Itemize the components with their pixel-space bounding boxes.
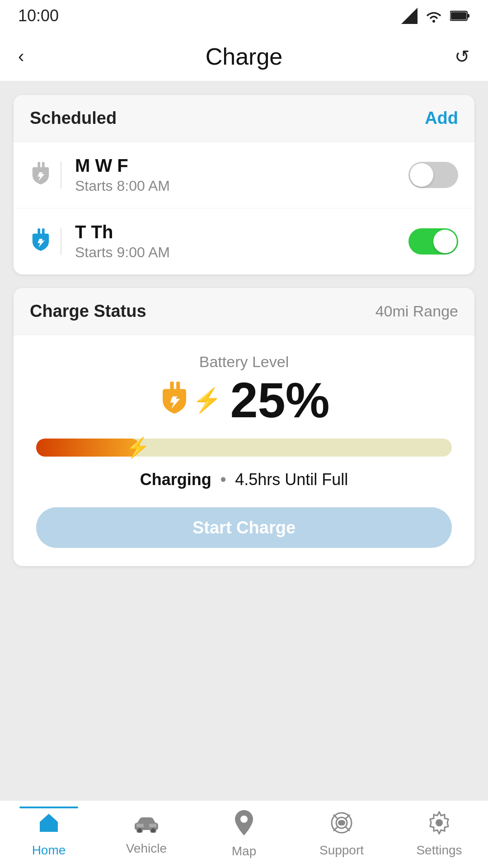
svg-rect-24 xyxy=(338,820,345,826)
refresh-button[interactable]: ↺ xyxy=(443,46,470,67)
charging-plug-icon xyxy=(158,382,191,419)
signal-icon xyxy=(401,8,418,24)
schedule-item-1: M W F Starts 8:00 AM xyxy=(14,142,474,208)
nav-label-settings: Settings xyxy=(416,843,462,858)
vehicle-icon xyxy=(133,813,160,838)
plug-active-icon xyxy=(30,228,52,255)
schedule-icon-1 xyxy=(30,161,61,189)
nav-label-home: Home xyxy=(32,843,66,858)
toggle-knob-2 xyxy=(433,230,457,253)
schedule-item-2: T Th Starts 9:00 AM xyxy=(14,208,474,274)
lightning-icon: ⚡ xyxy=(192,387,222,414)
svg-rect-8 xyxy=(42,228,45,234)
svg-rect-7 xyxy=(38,228,40,234)
schedule-time-2: Starts 9:00 AM xyxy=(75,244,395,261)
svg-rect-4 xyxy=(451,12,466,19)
plug-inactive-icon xyxy=(30,161,52,189)
schedule-time-1: Starts 8:00 AM xyxy=(75,178,395,194)
svg-rect-16 xyxy=(149,824,156,827)
progress-lightning-icon: ⚡ xyxy=(125,436,150,459)
add-schedule-button[interactable]: Add xyxy=(425,108,458,128)
start-charge-button[interactable]: Start Charge xyxy=(36,507,452,548)
main-content: Scheduled Add M W F Starts 8:00 AM xyxy=(0,81,488,800)
svg-rect-6 xyxy=(42,162,45,168)
header: ‹ Charge ↺ xyxy=(0,32,488,81)
status-icons xyxy=(401,8,470,24)
charging-status-text: Charging • 4.5hrs Until Full xyxy=(36,470,452,489)
nav-label-vehicle: Vehicle xyxy=(126,841,167,856)
scheduled-card: Scheduled Add M W F Starts 8:00 AM xyxy=(14,95,474,274)
charge-status-range: 40mi Range xyxy=(375,302,458,320)
svg-point-25 xyxy=(436,819,443,826)
nav-item-support[interactable]: Support xyxy=(293,807,390,858)
schedule-info-1: M W F Starts 8:00 AM xyxy=(75,156,395,194)
scheduled-card-header: Scheduled Add xyxy=(14,95,474,142)
svg-point-14 xyxy=(150,828,156,833)
status-time: 10:00 xyxy=(18,6,59,25)
schedule-toggle-2[interactable] xyxy=(408,228,458,255)
nav-item-map[interactable]: Map xyxy=(195,806,293,859)
svg-rect-5 xyxy=(38,162,40,168)
schedule-days-2: T Th xyxy=(75,222,395,242)
svg-point-17 xyxy=(240,816,248,823)
nav-item-settings[interactable]: Settings xyxy=(390,807,488,858)
page-title: Charge xyxy=(206,43,283,70)
map-icon xyxy=(234,810,254,840)
svg-point-1 xyxy=(432,20,435,23)
battery-icon xyxy=(450,10,470,22)
schedule-icon-2 xyxy=(30,228,61,255)
charge-status-body: Battery Level ⚡ 25% ⚡ xyxy=(14,335,474,566)
progress-bar-fill: ⚡ xyxy=(36,439,140,457)
nav-label-support: Support xyxy=(319,843,364,858)
home-icon xyxy=(37,811,61,840)
svg-rect-15 xyxy=(136,824,144,827)
support-icon xyxy=(330,811,353,840)
battery-level-label: Battery Level xyxy=(36,353,452,371)
svg-rect-10 xyxy=(177,382,180,390)
scheduled-title: Scheduled xyxy=(30,108,117,128)
schedule-days-1: M W F xyxy=(75,156,395,176)
toggle-knob-1 xyxy=(410,163,433,187)
back-button[interactable]: ‹ xyxy=(18,46,45,66)
svg-point-13 xyxy=(137,828,142,833)
svg-rect-9 xyxy=(170,382,174,390)
svg-marker-0 xyxy=(401,8,418,24)
nav-label-map: Map xyxy=(232,844,256,859)
wifi-icon xyxy=(425,9,443,23)
nav-item-vehicle[interactable]: Vehicle xyxy=(98,808,195,856)
battery-percent-row: ⚡ 25% xyxy=(36,375,452,425)
settings-icon xyxy=(427,811,451,840)
nav-item-home[interactable]: Home xyxy=(0,807,98,858)
charge-status-title: Charge Status xyxy=(30,302,146,321)
svg-rect-3 xyxy=(467,14,469,18)
charge-status-card: Charge Status 40mi Range Battery Level ⚡… xyxy=(14,288,474,566)
status-bar: 10:00 xyxy=(0,0,488,32)
schedule-info-2: T Th Starts 9:00 AM xyxy=(75,222,395,261)
svg-rect-11 xyxy=(46,826,52,832)
battery-percent-value: 25% xyxy=(230,375,329,425)
schedule-toggle-1[interactable] xyxy=(408,162,458,188)
charge-status-header: Charge Status 40mi Range xyxy=(14,288,474,335)
progress-bar: ⚡ xyxy=(36,439,452,457)
bottom-nav: Home Vehicle Map xyxy=(0,800,488,868)
